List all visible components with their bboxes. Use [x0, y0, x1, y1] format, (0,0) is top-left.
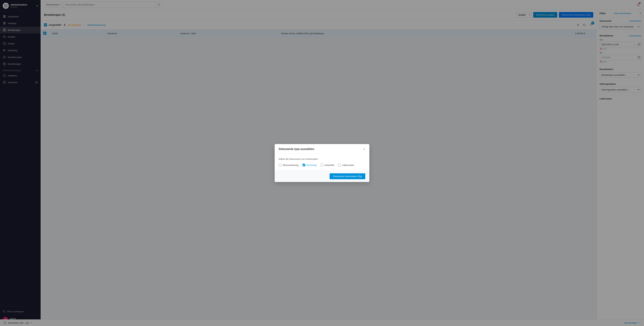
modal-checkboxes: Stornorechnung Rechnung Gutschrift Liefe…	[279, 164, 365, 167]
rechnung-label: Rechnung	[306, 164, 316, 167]
gutschrift-checkbox[interactable]	[321, 164, 323, 167]
modal-overlay[interactable]: Dokumente type auswählen × Wähle die Dok…	[0, 0, 644, 326]
gutschrift-label: Gutschrift	[325, 164, 334, 167]
stornorechnung-label: Stornorechnung	[283, 164, 298, 167]
stornorechnung-checkbox[interactable]	[279, 164, 282, 167]
modal-download-button[interactable]: Dokumente downloaden (Zip)	[330, 173, 365, 179]
rechnung-checkbox[interactable]	[302, 164, 305, 167]
modal-header: Dokumente type auswählen ×	[275, 144, 369, 154]
modal-body: Wähle die Dokumente zum Downloaden Storn…	[275, 154, 369, 171]
checkbox-rechnung[interactable]: Rechnung	[302, 164, 316, 167]
checkbox-gutschrift[interactable]: Gutschrift	[321, 164, 334, 167]
modal-footer: Dokumente downloaden (Zip)	[275, 171, 369, 182]
lieferschein-checkbox[interactable]	[338, 164, 341, 167]
modal-title: Dokumente type auswählen	[279, 147, 314, 151]
lieferschein-label: Lieferschein	[342, 164, 354, 167]
document-type-modal: Dokumente type auswählen × Wähle die Dok…	[275, 144, 369, 182]
checkbox-lieferschein[interactable]: Lieferschein	[338, 164, 354, 167]
modal-subtitle: Wähle die Dokumente zum Downloaden	[279, 158, 365, 160]
checkbox-stornorechnung[interactable]: Stornorechnung	[279, 164, 298, 167]
modal-close-button[interactable]: ×	[363, 147, 365, 151]
